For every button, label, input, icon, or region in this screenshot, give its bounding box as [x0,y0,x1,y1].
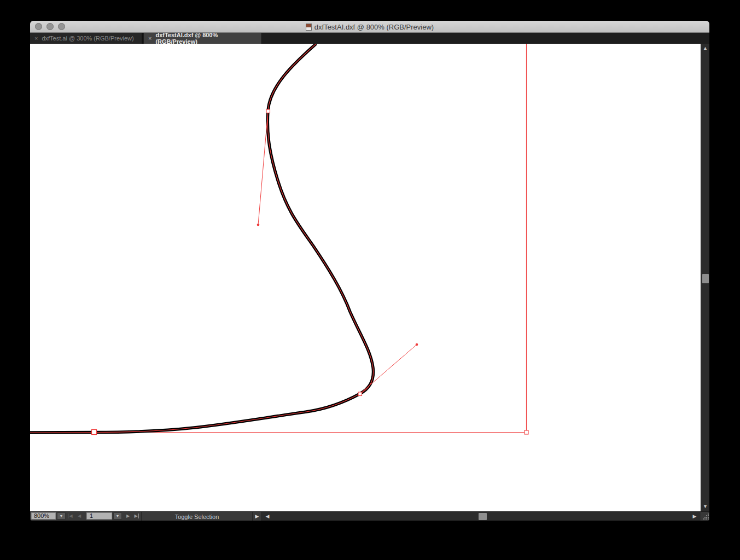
zoom-level-field[interactable]: 800% [31,512,56,520]
bezier-handle-line-top [258,111,268,225]
document-tabbar: × dxfTest.ai @ 300% (RGB/Preview) × dxfT… [30,33,709,44]
artwork-svg [30,44,701,511]
selected-rectangle-path[interactable] [30,44,527,433]
status-display-label: Toggle Selection [175,514,219,520]
zoom-dropdown-icon[interactable]: ▼ [57,512,66,520]
anchor-point-bottom-left[interactable] [92,430,97,435]
tab-label: dxfTestAI.dxf @ 800% (RGB/Preview) [155,32,257,45]
scroll-down-icon[interactable]: ▼ [701,503,709,510]
tab-dxftest-ai[interactable]: × dxfTest.ai @ 300% (RGB/Preview) [30,33,143,44]
scroll-up-icon[interactable]: ▲ [701,44,709,52]
vertical-scrollbar[interactable]: ▲ ▼ [701,44,709,511]
vertical-scrollbar-thumb[interactable] [702,274,709,283]
last-page-button[interactable]: ▶ [133,512,140,520]
first-page-icon: ◀ [68,514,72,518]
last-page-icon: ▶ [134,514,138,518]
bezier-handle-dot-top[interactable] [257,224,260,226]
previous-page-button[interactable]: ◀ [76,512,83,520]
anchor-point-rect-corner[interactable] [525,430,528,434]
status-menu-arrow-icon[interactable]: ▶ [253,512,262,521]
scroll-left-icon[interactable]: ◀ [263,512,272,521]
illustrator-window: dxfTestAI.dxf @ 800% (RGB/Preview) × dxf… [30,21,709,521]
tab-label: dxfTest.ai @ 300% (RGB/Preview) [42,35,133,42]
resize-grip-dots [701,512,709,521]
anchor-point-lower[interactable] [358,392,362,396]
window-title: dxfTestAI.dxf @ 800% (RGB/Preview) [314,23,434,31]
curve-selection-highlight[interactable] [30,44,374,433]
close-tab-icon[interactable]: × [148,36,152,42]
document-proxy-icon[interactable] [306,24,312,31]
page-number-field[interactable]: 1 [86,512,112,520]
status-display-panel[interactable]: Toggle Selection [141,512,253,521]
titlebar[interactable]: dxfTestAI.dxf @ 800% (RGB/Preview) [30,21,709,33]
curve-path-stroke[interactable] [30,44,374,433]
horizontal-scrollbar-thumb[interactable] [479,513,487,520]
title-area: dxfTestAI.dxf @ 800% (RGB/Preview) [30,21,709,33]
bezier-handle-dot-bottom[interactable] [416,343,418,346]
artboard-canvas[interactable] [30,44,701,511]
tab-dxftestai-dxf[interactable]: × dxfTestAI.dxf @ 800% (RGB/Preview) [144,33,262,44]
scroll-right-icon[interactable]: ▶ [690,512,699,521]
close-tab-icon[interactable]: × [34,36,38,42]
first-page-button[interactable]: ◀ [67,512,74,520]
next-page-button[interactable]: ▶ [125,512,131,520]
window-resize-grip[interactable] [701,512,709,521]
anchor-point-upper[interactable] [266,109,270,113]
horizontal-scrollbar[interactable]: ◀ ▶ [262,512,700,521]
page-dropdown-icon[interactable]: ▼ [113,512,122,520]
status-bar: 800% ▼ ◀ ◀ 1 ▼ ▶ ▶ Toggle Selection ▶ ◀ … [30,511,709,521]
